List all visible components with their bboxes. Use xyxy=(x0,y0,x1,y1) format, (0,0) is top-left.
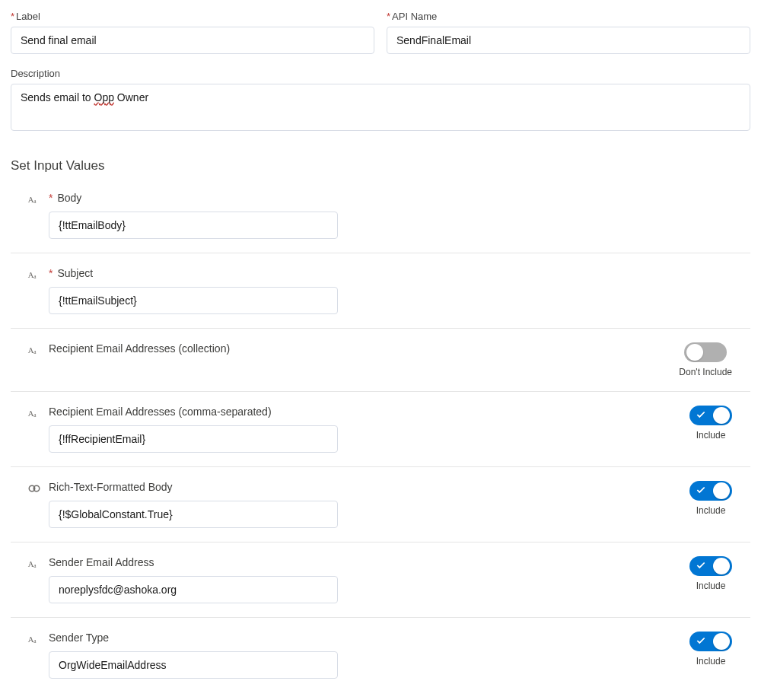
label-input[interactable] xyxy=(11,27,374,54)
description-input[interactable]: Sends email to Opp Owner xyxy=(11,84,750,131)
input-row-body: Aa *Body xyxy=(11,178,750,253)
apiname-field-block: *API Name xyxy=(387,11,750,54)
row-label-text: Sender Type xyxy=(49,632,109,644)
toggle-caption: Include xyxy=(696,430,726,441)
input-row-sender-type: Aa Sender Type Include xyxy=(11,618,750,692)
section-title: Set Input Values xyxy=(11,158,750,173)
text-type-icon: Aa xyxy=(27,406,41,420)
svg-text:a: a xyxy=(33,562,37,569)
svg-text:a: a xyxy=(33,412,37,418)
apiname-text: API Name xyxy=(392,11,437,22)
label-field-block: *Label xyxy=(11,11,374,54)
label-field-label: *Label xyxy=(11,11,374,22)
check-icon xyxy=(696,635,706,646)
required-star: * xyxy=(49,267,53,279)
row-label-text: Recipient Email Addresses (comma-separat… xyxy=(49,406,272,418)
row-label-text: Body xyxy=(57,192,81,204)
body-value-input[interactable] xyxy=(49,212,338,239)
link-type-icon xyxy=(27,482,41,495)
row-label-text: Subject xyxy=(57,267,93,279)
text-type-icon: Aa xyxy=(27,192,41,206)
toggle-caption: Don't Include xyxy=(679,367,732,377)
input-row-recipients-collection: Aa Recipient Email Addresses (collection… xyxy=(11,329,750,392)
svg-text:a: a xyxy=(33,638,37,644)
include-toggle[interactable] xyxy=(689,632,732,651)
required-star: * xyxy=(11,11,14,22)
apiname-input[interactable] xyxy=(387,27,750,54)
svg-text:a: a xyxy=(33,273,37,280)
svg-text:a: a xyxy=(33,198,37,205)
toggle-knob xyxy=(713,482,730,499)
include-toggle[interactable] xyxy=(689,556,732,576)
input-row-richtext: Rich-Text-Formatted Body Include xyxy=(11,467,750,542)
check-icon xyxy=(696,560,706,571)
input-row-recipients-csv: Aa Recipient Email Addresses (comma-sepa… xyxy=(11,392,750,467)
sender-type-value-input[interactable] xyxy=(49,651,338,679)
include-toggle[interactable] xyxy=(689,481,732,501)
toggle-knob xyxy=(713,558,730,574)
check-icon xyxy=(696,409,706,420)
input-row-subject: Aa *Subject xyxy=(11,253,750,329)
label-text: Label xyxy=(16,11,40,22)
richtext-value-input[interactable] xyxy=(49,501,338,528)
svg-text:a: a xyxy=(33,348,37,355)
toggle-knob xyxy=(713,407,730,424)
toggle-knob xyxy=(713,633,730,650)
row-label-text: Sender Email Address xyxy=(49,556,154,568)
description-field-block: Description Sends email to Opp Owner xyxy=(11,68,750,131)
toggle-caption: Include xyxy=(696,581,726,591)
required-star: * xyxy=(387,11,390,22)
input-row-sender-email: Aa Sender Email Address Include xyxy=(11,542,750,618)
text-type-icon: Aa xyxy=(27,268,41,282)
recipients-csv-value-input[interactable] xyxy=(49,425,338,453)
apiname-field-label: *API Name xyxy=(387,11,750,22)
include-toggle[interactable] xyxy=(689,406,732,425)
sender-email-value-input[interactable] xyxy=(49,576,338,603)
row-label-text: Rich-Text-Formatted Body xyxy=(49,481,173,493)
include-toggle[interactable] xyxy=(684,342,727,362)
toggle-knob xyxy=(686,344,703,361)
spelling-squiggle: Opp xyxy=(94,91,114,103)
text-type-icon: Aa xyxy=(27,343,41,357)
subject-value-input[interactable] xyxy=(49,287,338,314)
text-type-icon: Aa xyxy=(27,632,41,646)
toggle-caption: Include xyxy=(696,505,726,516)
description-field-label: Description xyxy=(11,68,750,79)
input-values-list: Aa *Body Aa *S xyxy=(11,178,750,692)
row-label-text: Recipient Email Addresses (collection) xyxy=(49,342,230,355)
text-type-icon: Aa xyxy=(27,557,41,571)
page-root: *Label *API Name Description Sends email… xyxy=(0,0,761,700)
top-row: *Label *API Name xyxy=(11,11,750,54)
check-icon xyxy=(696,485,706,495)
toggle-caption: Include xyxy=(696,656,726,667)
required-star: * xyxy=(49,192,53,204)
